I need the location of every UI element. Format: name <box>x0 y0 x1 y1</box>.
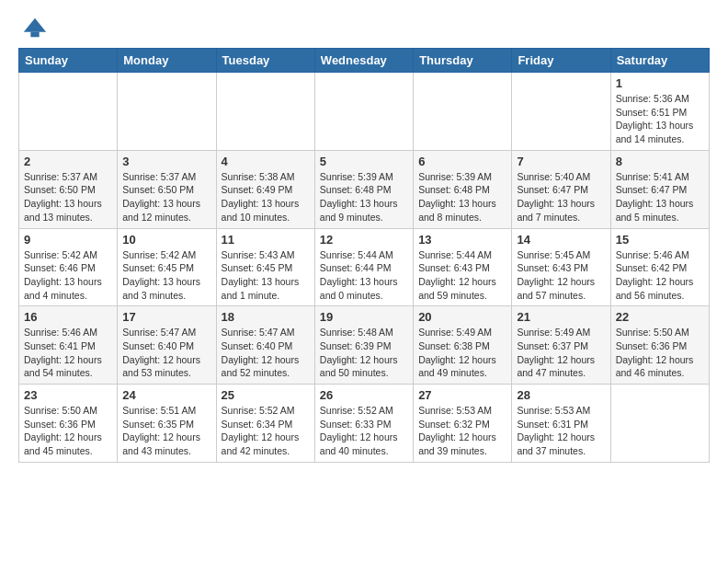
calendar-cell: 17Sunrise: 5:47 AMSunset: 6:40 PMDayligh… <box>118 306 216 385</box>
day-info: Sunrise: 5:39 AMSunset: 6:48 PMDaylight:… <box>418 170 506 224</box>
day-number: 24 <box>122 388 210 402</box>
calendar-cell: 18Sunrise: 5:47 AMSunset: 6:40 PMDayligh… <box>216 306 314 385</box>
day-info: Sunrise: 5:44 AMSunset: 6:44 PMDaylight:… <box>320 248 408 303</box>
calendar-cell: 7Sunrise: 5:40 AMSunset: 6:47 PMDaylight… <box>512 150 610 228</box>
day-number: 25 <box>222 388 310 402</box>
day-number: 21 <box>517 310 605 324</box>
day-info: Sunrise: 5:43 AMSunset: 6:45 PMDaylight:… <box>222 248 310 303</box>
logo <box>18 18 48 40</box>
day-number: 15 <box>616 233 704 247</box>
calendar-header-row: SundayMondayTuesdayWednesdayThursdayFrid… <box>19 49 710 73</box>
day-number: 9 <box>24 233 112 247</box>
calendar-cell <box>512 73 610 151</box>
calendar-cell: 25Sunrise: 5:52 AMSunset: 6:34 PMDayligh… <box>216 385 314 463</box>
day-number: 14 <box>517 233 605 247</box>
day-info: Sunrise: 5:46 AMSunset: 6:41 PMDaylight:… <box>24 326 112 380</box>
calendar-week-5: 23Sunrise: 5:50 AMSunset: 6:36 PMDayligh… <box>19 385 710 463</box>
calendar-cell: 13Sunrise: 5:44 AMSunset: 6:43 PMDayligh… <box>414 228 512 306</box>
day-number: 1 <box>616 76 704 90</box>
calendar-header-thursday: Thursday <box>414 49 512 73</box>
calendar-cell: 27Sunrise: 5:53 AMSunset: 6:32 PMDayligh… <box>414 385 512 463</box>
calendar-cell: 28Sunrise: 5:53 AMSunset: 6:31 PMDayligh… <box>512 385 610 463</box>
calendar-week-1: 1Sunrise: 5:36 AMSunset: 6:51 PMDaylight… <box>19 73 710 151</box>
calendar-cell: 22Sunrise: 5:50 AMSunset: 6:36 PMDayligh… <box>610 306 709 385</box>
day-info: Sunrise: 5:47 AMSunset: 6:40 PMDaylight:… <box>122 326 210 380</box>
day-number: 28 <box>517 388 605 402</box>
day-info: Sunrise: 5:51 AMSunset: 6:35 PMDaylight:… <box>122 404 210 458</box>
day-info: Sunrise: 5:47 AMSunset: 6:40 PMDaylight:… <box>222 326 310 380</box>
calendar-week-4: 16Sunrise: 5:46 AMSunset: 6:41 PMDayligh… <box>19 306 710 385</box>
day-number: 8 <box>616 155 704 168</box>
day-number: 18 <box>222 310 310 324</box>
day-info: Sunrise: 5:49 AMSunset: 6:38 PMDaylight:… <box>418 326 506 380</box>
day-number: 22 <box>616 310 704 324</box>
calendar-cell: 14Sunrise: 5:45 AMSunset: 6:43 PMDayligh… <box>512 228 610 306</box>
calendar-header-sunday: Sunday <box>19 49 118 73</box>
day-info: Sunrise: 5:53 AMSunset: 6:32 PMDaylight:… <box>418 404 506 458</box>
calendar-cell: 16Sunrise: 5:46 AMSunset: 6:41 PMDayligh… <box>19 306 118 385</box>
day-number: 3 <box>122 155 210 168</box>
day-number: 26 <box>320 388 408 402</box>
calendar-cell <box>414 73 512 151</box>
day-number: 7 <box>517 155 605 168</box>
day-info: Sunrise: 5:37 AMSunset: 6:50 PMDaylight:… <box>24 170 112 224</box>
calendar-header-monday: Monday <box>118 49 216 73</box>
calendar-cell <box>314 73 413 151</box>
svg-marker-0 <box>24 18 46 32</box>
calendar-cell: 26Sunrise: 5:52 AMSunset: 6:33 PMDayligh… <box>314 385 413 463</box>
day-info: Sunrise: 5:40 AMSunset: 6:47 PMDaylight:… <box>517 170 605 224</box>
calendar-cell <box>118 73 216 151</box>
calendar-cell: 20Sunrise: 5:49 AMSunset: 6:38 PMDayligh… <box>414 306 512 385</box>
calendar-header-tuesday: Tuesday <box>216 49 314 73</box>
calendar-cell: 5Sunrise: 5:39 AMSunset: 6:48 PMDaylight… <box>314 150 413 228</box>
calendar-cell <box>610 385 709 463</box>
day-number: 13 <box>418 233 506 247</box>
day-info: Sunrise: 5:41 AMSunset: 6:47 PMDaylight:… <box>616 170 704 224</box>
calendar-cell: 10Sunrise: 5:42 AMSunset: 6:45 PMDayligh… <box>118 228 216 306</box>
day-number: 6 <box>418 155 506 168</box>
calendar-cell: 21Sunrise: 5:49 AMSunset: 6:37 PMDayligh… <box>512 306 610 385</box>
svg-rect-1 <box>30 32 39 38</box>
calendar-cell: 4Sunrise: 5:38 AMSunset: 6:49 PMDaylight… <box>216 150 314 228</box>
day-info: Sunrise: 5:36 AMSunset: 6:51 PMDaylight:… <box>616 92 704 146</box>
calendar-cell: 15Sunrise: 5:46 AMSunset: 6:42 PMDayligh… <box>610 228 709 306</box>
calendar-header-friday: Friday <box>512 49 610 73</box>
day-number: 19 <box>320 310 408 324</box>
day-info: Sunrise: 5:53 AMSunset: 6:31 PMDaylight:… <box>517 404 605 458</box>
day-info: Sunrise: 5:45 AMSunset: 6:43 PMDaylight:… <box>517 248 605 303</box>
calendar-cell: 9Sunrise: 5:42 AMSunset: 6:46 PMDaylight… <box>19 228 118 306</box>
day-info: Sunrise: 5:52 AMSunset: 6:34 PMDaylight:… <box>222 404 310 458</box>
day-number: 10 <box>122 233 210 247</box>
calendar-cell <box>216 73 314 151</box>
day-number: 2 <box>24 155 112 168</box>
day-number: 5 <box>320 155 408 168</box>
page: SundayMondayTuesdayWednesdayThursdayFrid… <box>0 0 728 477</box>
calendar-header-saturday: Saturday <box>610 49 709 73</box>
calendar-header-wednesday: Wednesday <box>314 49 413 73</box>
day-info: Sunrise: 5:52 AMSunset: 6:33 PMDaylight:… <box>320 404 408 458</box>
day-info: Sunrise: 5:38 AMSunset: 6:49 PMDaylight:… <box>222 170 310 224</box>
day-info: Sunrise: 5:48 AMSunset: 6:39 PMDaylight:… <box>320 326 408 380</box>
day-number: 23 <box>24 388 112 402</box>
calendar-cell: 23Sunrise: 5:50 AMSunset: 6:36 PMDayligh… <box>19 385 118 463</box>
header <box>18 15 710 40</box>
day-info: Sunrise: 5:44 AMSunset: 6:43 PMDaylight:… <box>418 248 506 303</box>
day-info: Sunrise: 5:50 AMSunset: 6:36 PMDaylight:… <box>616 326 704 380</box>
day-number: 16 <box>24 310 112 324</box>
day-number: 27 <box>418 388 506 402</box>
day-number: 20 <box>418 310 506 324</box>
calendar-cell: 24Sunrise: 5:51 AMSunset: 6:35 PMDayligh… <box>118 385 216 463</box>
calendar-cell: 12Sunrise: 5:44 AMSunset: 6:44 PMDayligh… <box>314 228 413 306</box>
day-number: 4 <box>222 155 310 168</box>
calendar-cell: 6Sunrise: 5:39 AMSunset: 6:48 PMDaylight… <box>414 150 512 228</box>
day-info: Sunrise: 5:42 AMSunset: 6:46 PMDaylight:… <box>24 248 112 303</box>
calendar-cell: 11Sunrise: 5:43 AMSunset: 6:45 PMDayligh… <box>216 228 314 306</box>
day-number: 17 <box>122 310 210 324</box>
day-number: 11 <box>222 233 310 247</box>
day-info: Sunrise: 5:49 AMSunset: 6:37 PMDaylight:… <box>517 326 605 380</box>
day-info: Sunrise: 5:50 AMSunset: 6:36 PMDaylight:… <box>24 404 112 458</box>
calendar-cell: 1Sunrise: 5:36 AMSunset: 6:51 PMDaylight… <box>610 73 709 151</box>
calendar-cell: 2Sunrise: 5:37 AMSunset: 6:50 PMDaylight… <box>19 150 118 228</box>
calendar-cell <box>19 73 118 151</box>
calendar-week-3: 9Sunrise: 5:42 AMSunset: 6:46 PMDaylight… <box>19 228 710 306</box>
